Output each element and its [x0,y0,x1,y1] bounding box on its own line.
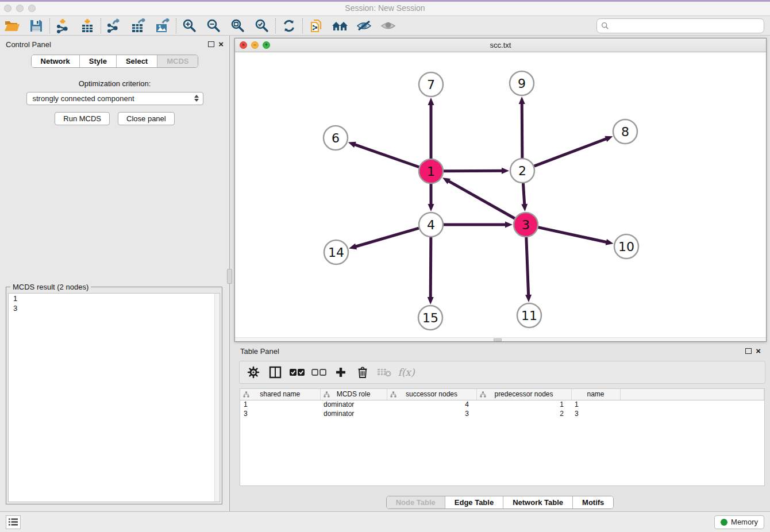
float-table-panel-icon[interactable] [745,348,752,354]
session-title: Session: New Session [0,3,770,13]
network-canvas[interactable]: 7968124314101511 [235,52,766,337]
graph-edge-2-9[interactable] [522,103,522,158]
graph-node-11[interactable]: 11 [517,303,541,327]
copy-network-icon [309,18,324,33]
column-type-icon [390,391,396,398]
column-header-mcds-role[interactable]: MCDS role [320,389,387,400]
graph-edge-3-1[interactable] [448,181,515,219]
graph-node-3[interactable]: 3 [514,213,538,237]
search-input[interactable] [596,18,764,33]
delete-table-icon [377,367,392,377]
table-row[interactable]: 1dominator411 [240,400,764,409]
graph-edge-1-2[interactable] [444,171,503,171]
open-session-button[interactable] [0,17,24,34]
zoom-fit-button[interactable] [226,17,250,34]
memory-button[interactable]: Memory [714,515,764,529]
tab-network[interactable]: Network [32,55,79,67]
import-network-button[interactable] [51,17,75,34]
graph-node-14[interactable]: 14 [324,240,348,264]
graph-node-7[interactable]: 7 [419,72,443,97]
graph-node-15[interactable]: 15 [418,306,442,330]
tab-network-table[interactable]: Network Table [503,496,572,508]
graph-node-label: 3 [522,218,530,232]
column-header-successor-nodes[interactable]: successor nodes [387,389,476,400]
table-settings-button[interactable] [245,364,261,380]
column-header-name[interactable]: name [571,389,620,400]
mcds-result-list[interactable]: 13 [8,293,220,502]
mcds-result-item[interactable]: 1 [9,294,220,303]
search-field-wrap [596,18,764,33]
graph-node-9[interactable]: 9 [510,71,534,95]
float-panel-icon[interactable] [208,41,214,47]
plus-icon [335,367,346,378]
zoom-out-button[interactable] [202,17,226,34]
close-panel-button[interactable]: Close panel [118,112,175,125]
main-toolbar [0,16,770,36]
create-column-button[interactable] [333,364,349,380]
save-session-button[interactable] [24,17,48,34]
copy-view-button[interactable] [304,17,328,34]
graph-node-4[interactable]: 4 [419,213,443,237]
graph-edge-3-10[interactable] [538,228,607,242]
mcds-result-box: MCDS result (2 nodes) 13 [6,283,222,504]
graph-node-8[interactable]: 8 [613,119,637,144]
zoom-out-icon [206,18,221,33]
tab-select[interactable]: Select [116,55,157,67]
column-header-shared-name[interactable]: shared name [240,389,320,400]
graph-node-label: 4 [427,218,435,232]
function-builder-button[interactable]: f(x) [398,364,414,380]
export-network-button[interactable] [102,17,126,34]
column-header-predecessor-nodes[interactable]: predecessor nodes [476,389,571,400]
column-type-icon [243,391,249,398]
select-all-columns-button[interactable] [289,364,305,380]
tab-mcds[interactable]: MCDS [157,55,198,67]
graph-node-2[interactable]: 2 [510,159,534,183]
table-row[interactable]: 3dominator323 [240,409,764,418]
import-table-button[interactable] [75,17,99,34]
export-image-button[interactable] [151,17,175,34]
close-table-panel-icon[interactable]: × [756,348,761,354]
close-panel-icon[interactable]: × [218,41,224,47]
show-all-button[interactable] [376,17,401,34]
delete-table-button[interactable] [376,364,392,380]
mcds-result-item[interactable]: 3 [9,303,220,313]
graph-node-1[interactable]: 1 [419,159,443,183]
deselect-all-columns-button[interactable] [311,364,327,380]
graph-edge-3-11[interactable] [526,237,529,296]
delete-column-button[interactable] [355,364,371,380]
graph-node-10[interactable]: 10 [614,234,638,259]
hide-selected-button[interactable] [352,17,376,34]
export-table-button[interactable] [126,17,151,34]
criterion-select[interactable]: strongly connected component [26,92,203,105]
network-hscrollbar[interactable] [235,337,766,341]
panel-divider-handle[interactable] [227,269,232,284]
graph-edge-2-3[interactable] [523,183,524,205]
network-maximize-button[interactable]: + [263,41,270,49]
first-neighbors-button[interactable] [328,17,352,34]
graph-edge-4-15[interactable] [430,237,431,298]
network-window-titlebar[interactable]: × − + scc.txt [235,38,766,52]
tab-edge-table[interactable]: Edge Table [445,496,503,508]
zoom-selected-button[interactable] [250,17,274,34]
network-hscroll-thumb[interactable] [494,338,502,341]
task-history-button[interactable] [6,515,21,529]
network-close-button[interactable]: × [240,41,247,49]
graph-edge-4-14[interactable] [355,228,419,246]
import-table-icon [80,18,95,33]
zoom-in-button[interactable] [178,17,202,34]
network-minimize-button[interactable]: − [251,41,259,49]
mcds-list-scrollbar[interactable] [214,294,220,502]
tab-style[interactable]: Style [79,55,116,67]
refresh-layout-button[interactable] [277,17,301,34]
graph-edge-2-8[interactable] [534,138,607,166]
run-mcds-button[interactable]: Run MCDS [55,112,110,125]
export-image-icon [155,18,171,33]
graph-node-6[interactable]: 6 [324,126,348,150]
node-table[interactable]: shared nameMCDS rolesuccessor nodesprede… [240,388,765,486]
mcds-result-title: MCDS result (2 nodes) [10,283,91,291]
graph-node-label: 9 [518,76,526,91]
tab-motifs[interactable]: Motifs [572,496,613,508]
show-columns-button[interactable] [267,364,283,380]
graph-edge-1-6[interactable] [354,144,419,167]
tab-node-table[interactable]: Node Table [387,496,445,508]
